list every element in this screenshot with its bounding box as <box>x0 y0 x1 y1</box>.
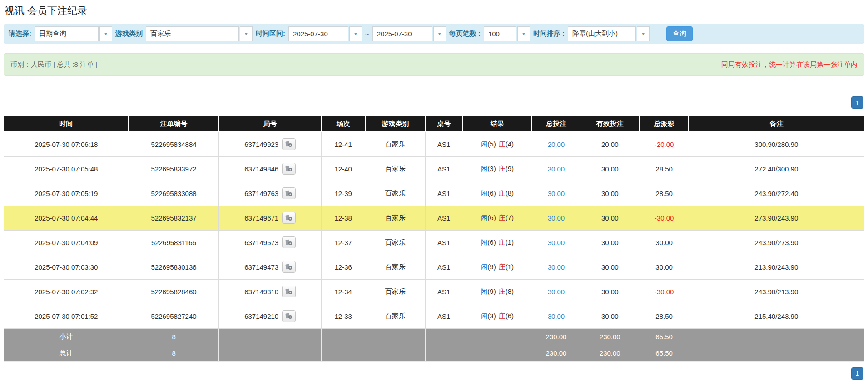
cell-table: AS1 <box>426 255 462 279</box>
game-result-icon[interactable] <box>282 310 296 322</box>
col-valid-bet: 有效投注 <box>580 116 640 132</box>
cell-total-bet[interactable]: 30.00 <box>532 156 580 181</box>
game-result-icon[interactable] <box>282 163 296 175</box>
game-category-value[interactable]: 百家乐 <box>146 26 239 41</box>
cell-remark: 243.90/272.40 <box>689 181 864 206</box>
search-button[interactable]: 查询 <box>666 26 693 41</box>
cell-session: 12-38 <box>321 206 365 230</box>
cell-time: 2025-07-30 07:05:19 <box>4 181 129 206</box>
cell-total-bet[interactable]: 30.00 <box>532 255 580 279</box>
result-player-label: 闲 <box>481 140 487 148</box>
cell-session: 12-36 <box>321 255 365 279</box>
summary-bar: 币别：人民币 | 总共 :8 注单 | 同局有效投注，统一计算在该局第一张注单内 <box>4 53 864 76</box>
game-result-icon[interactable] <box>282 187 296 199</box>
cell-game: 百家乐 <box>365 156 426 181</box>
result-banker-label: 庄 <box>499 214 506 221</box>
chevron-down-icon[interactable]: ▼ <box>99 26 112 41</box>
date-to-select: 2025-07-30 ▼ <box>372 26 446 41</box>
cell-total-bet[interactable]: 30.00 <box>532 230 580 255</box>
result-player-label: 闲 <box>481 312 487 320</box>
empty-cell <box>426 345 462 361</box>
result-player-score: (3) <box>487 165 496 172</box>
result-banker-score: (9) <box>506 165 514 172</box>
result-banker-score: (4) <box>506 140 514 148</box>
cell-round: 637149923 <box>219 132 321 156</box>
chevron-down-icon[interactable]: ▼ <box>349 26 362 41</box>
cell-bet-id: 522695831166 <box>129 230 219 255</box>
cell-valid-bet: 30.00 <box>580 304 640 328</box>
table-row: 2025-07-30 07:02:32 522695828460 6371493… <box>4 279 864 304</box>
result-banker-label: 庄 <box>499 263 506 271</box>
cell-table: AS1 <box>426 132 462 156</box>
date-to-value[interactable]: 2025-07-30 <box>372 26 432 41</box>
page-1-button[interactable]: 1 <box>851 367 863 380</box>
subtotal-payout: 65.50 <box>640 328 689 345</box>
cell-total-bet[interactable]: 30.00 <box>532 206 580 230</box>
chevron-down-icon[interactable]: ▼ <box>240 26 253 41</box>
page-1-button[interactable]: 1 <box>851 96 863 109</box>
subtotal-count: 8 <box>129 328 219 345</box>
date-range-label: 时间区间: <box>256 30 285 38</box>
chevron-down-icon[interactable]: ▼ <box>433 26 446 41</box>
cell-bet-id: 522695832137 <box>129 206 219 230</box>
game-result-icon[interactable] <box>282 261 296 273</box>
total-payout: 65.50 <box>640 345 689 361</box>
cell-time: 2025-07-30 07:04:09 <box>4 230 129 255</box>
cell-game: 百家乐 <box>365 230 426 255</box>
empty-cell <box>462 345 532 361</box>
cell-total-bet[interactable]: 30.00 <box>532 181 580 206</box>
cell-time: 2025-07-30 07:02:32 <box>4 279 129 304</box>
cell-bet-id: 522695833088 <box>129 181 219 206</box>
cell-time: 2025-07-30 07:06:18 <box>4 132 129 156</box>
col-time: 时间 <box>4 116 129 132</box>
chevron-down-icon[interactable]: ▼ <box>517 26 530 41</box>
page-size-value[interactable]: 100 <box>484 26 516 41</box>
result-player-score: (3) <box>487 312 496 320</box>
empty-cell <box>321 328 365 345</box>
cell-time: 2025-07-30 07:01:52 <box>4 304 129 328</box>
total-row: 总计 8 230.00 230.00 65.50 <box>4 345 864 361</box>
result-player-score: (9) <box>487 287 496 295</box>
result-banker-score: (8) <box>506 189 514 197</box>
col-result: 结果 <box>462 116 532 132</box>
cell-round: 637149671 <box>219 206 321 230</box>
query-type-value[interactable]: 日期查询 <box>35 26 99 41</box>
cell-result: 闲(5)庄(4) <box>462 132 532 156</box>
currency-summary-text: 币别：人民币 | 总共 :8 注单 | <box>10 60 97 69</box>
date-from-value[interactable]: 2025-07-30 <box>288 26 348 41</box>
cell-total-bet[interactable]: 30.00 <box>532 279 580 304</box>
date-from-select: 2025-07-30 ▼ <box>288 26 362 41</box>
game-result-icon[interactable] <box>282 236 296 248</box>
game-result-icon[interactable] <box>282 212 296 224</box>
cell-round: 637149210 <box>219 304 321 328</box>
chevron-down-icon[interactable]: ▼ <box>637 26 650 41</box>
cell-remark: 273.90/243.90 <box>689 206 864 230</box>
round-number: 637149923 <box>244 141 278 148</box>
subtotal-total-bet: 230.00 <box>532 328 580 345</box>
cell-payout: 30.00 <box>640 230 689 255</box>
page-size-label: 每页笔数 : <box>449 30 481 38</box>
col-table: 桌号 <box>426 116 462 132</box>
result-banker-label: 庄 <box>499 312 506 320</box>
table-row: 2025-07-30 07:04:44 522695832137 6371496… <box>4 206 864 230</box>
game-result-icon[interactable] <box>282 286 296 297</box>
result-player-label: 闲 <box>481 189 487 197</box>
round-number: 637149763 <box>244 190 278 197</box>
page-size-select: 100 ▼ <box>484 26 530 41</box>
cell-table: AS1 <box>426 181 462 206</box>
empty-cell <box>462 328 532 345</box>
cell-payout: -30.00 <box>640 206 689 230</box>
game-result-icon[interactable] <box>282 138 296 150</box>
result-player-score: (5) <box>487 140 496 148</box>
result-banker-score: (1) <box>506 238 514 246</box>
table-header-row: 时间 注单编号 局号 场次 游戏类别 桌号 结果 总投注 有效投注 总派彩 备注 <box>4 116 864 132</box>
cell-session: 12-33 <box>321 304 365 328</box>
cell-bet-id: 522695827240 <box>129 304 219 328</box>
cell-total-bet[interactable]: 20.00 <box>532 132 580 156</box>
cell-valid-bet: 30.00 <box>580 255 640 279</box>
time-sort-value[interactable]: 降幂(由大到小) <box>568 26 636 41</box>
table-row: 2025-07-30 07:06:18 522695834884 6371499… <box>4 132 864 156</box>
game-category-select: 百家乐 ▼ <box>146 26 253 41</box>
result-banker-score: (7) <box>506 214 514 221</box>
cell-total-bet[interactable]: 30.00 <box>532 304 580 328</box>
